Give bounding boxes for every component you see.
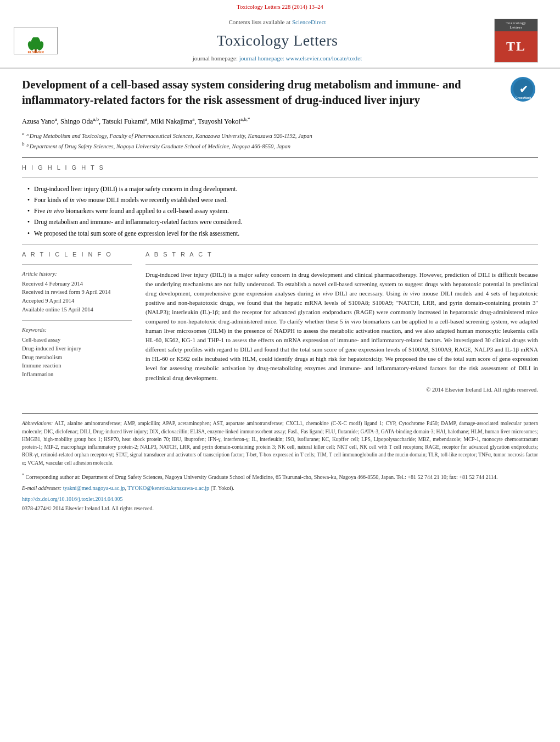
article-info-divider <box>22 264 132 265</box>
abbreviations-text: Abbreviations: ALT, alanine aminotransfe… <box>22 420 538 467</box>
keywords-section: Keywords: Cell-based assay Drug-induced … <box>22 320 132 378</box>
elsevier-logo-image: ELSEVIER <box>14 27 58 54</box>
keywords-label: Keywords: <box>22 326 132 334</box>
affiliation-a: a ᵃ Drug Metabolism and Toxicology, Facu… <box>22 130 538 140</box>
email-line: E-mail addresses: tyakni@med.nagoya-u.ac… <box>22 484 538 492</box>
crossmark-badge[interactable]: ✔ CrossMark <box>511 77 538 104</box>
authors-line: Azusa Yanoa, Shingo Odaa,b, Tatsuki Fuka… <box>22 116 538 127</box>
tl-logo-top: Toxicology Letters <box>495 19 537 32</box>
issn-line: 0378-4274/© 2014 Elsevier Ireland Ltd. A… <box>22 505 538 512</box>
keyword-1: Cell-based assay <box>22 336 132 344</box>
journal-logo-box: Toxicology Letters TL <box>494 19 544 63</box>
article-info-section: A R T I C L E I N F O Article history: R… <box>22 250 132 314</box>
doi-line: http://dx.doi.org/10.1016/j.toxlet.2014.… <box>22 495 538 503</box>
history-received: Received 4 February 2014 <box>22 280 132 288</box>
divider-after-affiliations <box>22 157 538 158</box>
contents-line: Contents lists available at ScienceDirec… <box>71 18 483 26</box>
journal-title: Toxicology Letters <box>71 30 483 51</box>
svg-text:CrossMark: CrossMark <box>515 96 531 99</box>
journal-header: ELSEVIER Contents lists available at Sci… <box>0 14 560 69</box>
affiliations: a ᵃ Drug Metabolism and Toxicology, Facu… <box>22 130 538 150</box>
sciencedirect-link[interactable]: ScienceDirect <box>292 19 326 25</box>
crossmark-icon: ✔ CrossMark <box>511 77 535 102</box>
highlight-item-4: Drug metabolism and immune- and inflamma… <box>27 216 538 227</box>
journal-ref-text: Toxicology Letters 228 (2014) 13–24 <box>237 4 323 10</box>
highlight-item-5: We proposed the total sum score of gene … <box>27 228 538 239</box>
article-title: Development of a cell-based assay system… <box>22 77 472 108</box>
copyright-line: © 2014 Elsevier Ireland Ltd. All rights … <box>145 386 538 394</box>
keyword-3: Drug metabolism <box>22 354 132 362</box>
abstract-section: A B S T R A C T Drug-induced liver injur… <box>145 250 538 394</box>
highlight-item-1: Drug-induced liver injury (DILI) is a ma… <box>27 183 538 194</box>
highlights-section: H I G H L I G H T S Drug-induced liver i… <box>22 164 538 245</box>
doi-link[interactable]: http://dx.doi.org/10.1016/j.toxlet.2014.… <box>22 496 122 502</box>
abstract-text: Drug-induced liver injury (DILI) is a ma… <box>145 270 538 383</box>
elsevier-tree-icon: ELSEVIER <box>25 37 47 54</box>
keyword-5: Inflammation <box>22 371 132 379</box>
keyword-2: Drug-induced liver injury <box>22 345 132 353</box>
keyword-4: Immune reaction <box>22 362 132 370</box>
journal-reference-bar: Toxicology Letters 228 (2014) 13–24 <box>0 0 560 14</box>
highlights-bottom-divider <box>22 244 538 245</box>
main-content: Development of a cell-based assay system… <box>0 69 560 405</box>
left-column: A R T I C L E I N F O Article history: R… <box>22 250 132 394</box>
footer-section: Abbreviations: ALT, alanine aminotransfe… <box>22 413 538 512</box>
highlight-item-2: Four kinds of in vivo mouse DILI models … <box>27 194 538 205</box>
history-accepted: Accepted 9 April 2014 <box>22 297 132 305</box>
history-label: Article history: <box>22 270 132 278</box>
page-wrapper: Toxicology Letters 228 (2014) 13–24 ELSE… <box>0 0 560 742</box>
homepage-line: journal homepage: journal homepage: www.… <box>71 54 483 63</box>
article-title-section: Development of a cell-based assay system… <box>22 77 538 111</box>
svg-text:ELSEVIER: ELSEVIER <box>27 51 44 54</box>
tl-logo: Toxicology Letters TL <box>494 19 538 63</box>
email-link-2[interactable]: TYOKO@kenroku.kanazawa-u.ac.jp <box>127 485 209 491</box>
abstract-divider <box>145 264 538 265</box>
elsevier-logo: ELSEVIER <box>11 27 60 54</box>
email-link-1[interactable]: tyakni@med.nagoya-u.ac.jp <box>63 485 125 491</box>
svg-text:✔: ✔ <box>519 84 527 95</box>
journal-center-info: Contents lists available at ScienceDirec… <box>60 18 494 63</box>
article-info-label: A R T I C L E I N F O <box>22 250 132 259</box>
highlights-list: Drug-induced liver injury (DILI) is a ma… <box>27 183 538 238</box>
tl-logo-bottom: TL <box>495 31 537 62</box>
highlights-top-divider <box>22 177 538 178</box>
right-column: A B S T R A C T Drug-induced liver injur… <box>145 250 538 394</box>
history-available: Available online 15 April 2014 <box>22 306 132 314</box>
keywords-divider <box>22 320 132 321</box>
abstract-label: A B S T R A C T <box>145 250 538 259</box>
homepage-url[interactable]: journal homepage: www.elsevier.com/locat… <box>239 55 362 62</box>
highlight-item-3: Five in vivo biomarkers were found and a… <box>27 205 538 216</box>
corresponding-text: * Corresponding author at: Department of… <box>22 472 538 481</box>
history-revised: Received in revised form 9 April 2014 <box>22 288 132 297</box>
two-column-layout: A R T I C L E I N F O Article history: R… <box>22 250 538 394</box>
highlights-label: H I G H L I G H T S <box>22 164 538 172</box>
affiliation-b: b ᵇ Department of Drug Safety Sciences, … <box>22 141 538 150</box>
